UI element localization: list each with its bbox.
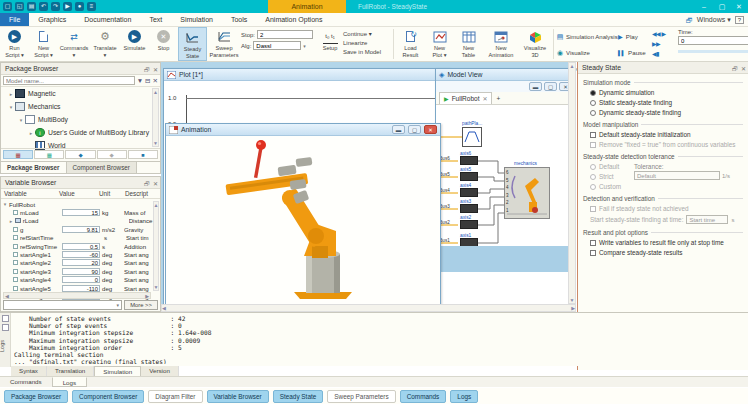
checkbox-remove-fixed[interactable]: Remove "fixed = true" from continuous va… [590,141,743,148]
variable-row[interactable]: ▸ rLoad Distance [1,217,160,225]
pause-button[interactable]: ▌▌ Pause [618,46,652,59]
expander-icon[interactable]: ▾ [7,104,15,110]
grid-view-icon[interactable]: ▦ [34,150,64,159]
tab-simulation-log[interactable]: Simulation [94,366,141,376]
windows-dropdown[interactable]: Windows ▾ [697,16,731,24]
tree-item-mechanics[interactable]: ▾ Mechanics [1,100,160,113]
plot-checkbox[interactable] [13,227,18,232]
filter-icon[interactable]: ▼ [137,77,143,84]
plot-checkbox[interactable] [13,277,18,282]
start-time-input[interactable] [686,215,728,224]
toggle-steady-state[interactable]: Steady State [273,390,324,403]
expander-icon[interactable]: ▾ [17,117,25,123]
col-desc[interactable]: Descript [125,190,155,197]
redo-icon[interactable]: ↷ [51,2,60,11]
mdi-vscrollbar[interactable]: ▲▼ [568,62,576,304]
anim-minimize-button[interactable]: ▬ [392,125,405,134]
step-forward-icon[interactable]: ▶▶ [652,40,678,47]
save-in-model-button[interactable]: Save in Model [343,49,391,55]
translate-button[interactable]: ⚙ Translate ▾ [90,27,120,61]
animation-window-titlebar[interactable]: Animation ▬ ▢ ✕ [166,124,440,136]
mdi-hscrollbar[interactable]: ◀▶ [161,304,576,312]
step-back-icon[interactable]: ◀◀ ▶ [652,30,678,37]
plot-checkbox[interactable] [13,252,18,257]
time-slider[interactable] [678,50,748,53]
help-icon[interactable]: ? [735,16,744,24]
variable-row[interactable]: startAngle3 90 deg Start ang [1,267,160,275]
diamond-blue-icon[interactable]: ◆ [65,150,95,159]
tolerance-input[interactable] [634,171,720,180]
radio-static-steady-state[interactable]: Static steady-state finding [590,99,743,106]
load-result-button[interactable]: ↻ Load Result [396,27,425,61]
animation-canvas[interactable] [166,136,440,308]
continue-button[interactable]: Continue ▾ [343,30,391,37]
plot-checkbox[interactable] [13,286,18,291]
simulation-analysis-toggle[interactable]: ▤ Simulation Analysis [556,30,618,43]
package-tree-scrollbar[interactable]: ▲▼ [152,88,159,147]
axis4-block[interactable] [460,188,478,197]
variable-filter-combo[interactable]: ▾ [3,300,122,310]
add-tab-button[interactable]: + [496,95,500,102]
play-button[interactable]: ▶ Play [618,30,652,43]
checkbox-icon[interactable] [590,240,596,246]
checkbox-icon[interactable] [590,132,596,138]
checkbox-fail-if-not-achieved[interactable]: Fail if steady state not achieved [590,205,743,212]
more-icon[interactable]: ≡ [87,2,96,11]
new-plot-button[interactable]: New Plot ▾ [425,27,454,61]
expander-icon[interactable]: ▸ [7,218,15,224]
float-panel-icon[interactable]: 🗗 [144,178,150,190]
toggle-commands[interactable]: Commands [400,390,447,403]
radio-tolerance-default[interactable]: Default [590,163,634,170]
checkbox-write-at-stop-time[interactable]: Write variables to result file only at s… [590,239,743,246]
plot-checkbox[interactable] [13,260,18,265]
toggle-sweep-parameters[interactable]: Sweep Parameters [327,390,395,403]
float-panel-icon[interactable]: 🗗 [732,63,738,75]
menu-tab-file[interactable]: File [0,13,29,26]
checkbox-compare-results[interactable]: Compare steady-state results [590,249,743,256]
maximize-button[interactable]: ▢ [714,1,730,12]
variable-hscrollbar[interactable]: ◀▶ [3,292,151,299]
radio-dynamic-steady-state[interactable]: Dynamic steady-state finding [590,109,743,116]
tab-translation[interactable]: Translation [47,366,94,376]
model-view-window[interactable]: ◈ Model View ▬ ▢ ✕ ▶ FullRobot ✕ + [435,68,575,310]
steady-state-button[interactable]: Steady State [178,27,207,61]
visualize-toggle[interactable]: ◉ Visualize [556,46,618,59]
anim-restore-button[interactable]: ▢ [408,125,421,134]
menu-tab-documentation[interactable]: Documentation [75,13,140,26]
plot-checkbox[interactable] [13,235,18,240]
mv-minimize-button[interactable]: ▬ [529,82,542,91]
plot-window-titlebar[interactable]: Plot [1*] [164,69,449,81]
axis5-block[interactable] [460,172,478,181]
radio-tolerance-strict[interactable]: Strict [590,173,634,180]
variable-row[interactable]: refStartTime s Start tim [1,234,160,242]
algorithm-select[interactable] [253,41,301,50]
menu-tab-animation-options[interactable]: Animation Options [256,13,331,26]
visualize-3d-button[interactable]: Visualize 3D [519,27,551,61]
checkbox-icon[interactable] [590,250,596,256]
path-planning-block[interactable] [462,127,482,147]
toggle-component-browser[interactable]: Component Browser [72,390,144,403]
variable-row-root[interactable]: ▾ FullRobot [1,200,160,208]
tree-item-users-guide[interactable]: ▸ i User's Guide of MultiBody Library [1,126,160,139]
variable-row[interactable]: startAngle1 -60 deg Start ang [1,250,160,258]
tab-logs[interactable]: Logs [52,377,87,387]
frame-back-icon[interactable]: ◀▮ [652,50,678,57]
sweep-parameters-button[interactable]: Sweep Parameters [207,27,241,61]
model-view-titlebar[interactable]: ◈ Model View [436,69,574,81]
close-panel-icon[interactable]: ✕ [153,178,158,190]
expander-icon[interactable]: ▾ [1,201,9,207]
undo-icon[interactable]: ↶ [39,2,48,11]
checkbox-default-init[interactable]: Default steady-state initialization [590,131,743,138]
axis6-block[interactable] [460,156,478,165]
variable-row[interactable]: startAngle4 0 deg Start ang [1,276,160,284]
active-document-tab[interactable]: Animation [268,0,346,13]
save-icon[interactable]: ▤ [27,2,36,11]
variable-row[interactable]: g 9.81 m/s2 Gravity [1,225,160,233]
pin-icon[interactable] [2,324,9,331]
plot-checkbox[interactable] [13,244,18,249]
close-tab-icon[interactable]: ✕ [482,95,487,102]
radio-icon[interactable] [590,100,596,106]
commands-button[interactable]: ⇄ Commands ▾ [58,27,90,61]
toggle-logs[interactable]: Logs [450,390,478,403]
algorithm-dropdown-icon[interactable]: ▾ [303,43,306,49]
